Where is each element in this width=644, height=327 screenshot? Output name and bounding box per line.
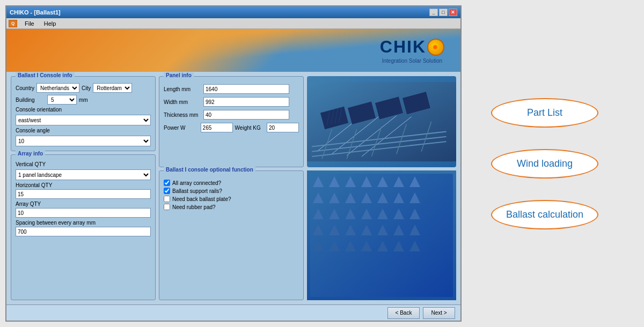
left-column: Ballast I Console info Country Netherlan… [11, 76, 156, 300]
app-icon: Q [9, 20, 17, 27]
horizontal-qty-input[interactable] [16, 189, 151, 199]
content-area: CHIK ● Integration Solar Solution Ballas… [6, 29, 460, 321]
panel-info-group: Panel info Length mm Width mm [159, 76, 304, 167]
panel-info-title: Panel info [164, 72, 194, 78]
weight-label: Weight KG [235, 125, 265, 131]
country-select[interactable]: Netherlands [36, 83, 79, 93]
logo: CHIK ● [380, 37, 444, 57]
option-checkbox-3[interactable] [164, 204, 170, 210]
solar-image-area [307, 76, 456, 167]
triangle-grid-area [307, 170, 456, 300]
option-label-1: Ballast support rails? [172, 188, 222, 194]
option-checkbox-0[interactable] [164, 180, 170, 186]
main-window: CHIKO - [Ballast1] _ □ ✕ Q File Help CHI… [5, 5, 462, 322]
building-label: Building [16, 97, 45, 103]
ballast-console-title: Ballast I Console info [16, 72, 75, 78]
menu-help[interactable]: Help [42, 20, 58, 27]
bottom-area: Ballast I console optional function All … [159, 170, 456, 300]
back-button[interactable]: < Back [387, 307, 420, 319]
title-bar: CHIKO - [Ballast1] _ □ ✕ [6, 6, 460, 18]
vertical-qty-select[interactable]: 1 panel landscape [16, 169, 151, 180]
option-row-2: Need back ballast plate? [164, 196, 299, 202]
menu-file[interactable]: File [23, 20, 36, 27]
minimize-button[interactable]: _ [429, 9, 438, 16]
city-label: City [82, 85, 91, 91]
array-qty-input[interactable] [16, 208, 151, 218]
main-body: Ballast I Console info Country Netherlan… [6, 72, 460, 304]
next-button[interactable]: Next > [423, 307, 455, 319]
option-label-3: Need rubber pad? [172, 204, 216, 210]
array-info-group: Array info Vertical QTY 1 panel landscap… [11, 154, 156, 300]
optional-functions-group: Ballast I console optional function All … [159, 170, 304, 300]
weight-input[interactable] [267, 123, 299, 132]
option-checkbox-2[interactable] [164, 196, 170, 202]
wind-loading-button[interactable]: Wind loading [491, 149, 598, 179]
spacing-input[interactable] [16, 227, 151, 236]
angle-label: Console angle [16, 128, 151, 133]
width-label: Width mm [164, 99, 201, 105]
angle-select[interactable]: 10 [16, 136, 151, 146]
thickness-input[interactable] [203, 110, 289, 120]
city-select[interactable]: Rotterdam [93, 83, 132, 93]
thickness-label: Thickness mm [164, 112, 201, 118]
solar-panel-svg [307, 76, 456, 167]
power-label: Power W [164, 125, 199, 131]
maximize-button[interactable]: □ [439, 9, 448, 16]
array-info-title: Array info [16, 151, 45, 157]
logo-area: CHIK ● Integration Solar Solution [380, 37, 444, 64]
top-panel-area: Panel info Length mm Width mm [159, 76, 456, 167]
ballast-console-info-group: Ballast I Console info Country Netherlan… [11, 76, 156, 151]
close-button[interactable]: ✕ [449, 9, 457, 16]
width-input[interactable] [203, 97, 289, 107]
part-list-button[interactable]: Part List [491, 98, 598, 128]
length-label: Length mm [164, 86, 201, 92]
horizontal-qty-label: Horizontal QTY [16, 182, 151, 188]
option-label-0: All array connected? [172, 180, 221, 186]
right-side: Panel info Length mm Width mm [159, 76, 456, 300]
orientation-select[interactable]: east/west [16, 115, 151, 125]
option-row-3: Need rubber pad? [164, 204, 299, 210]
building-select[interactable]: 5 [47, 95, 77, 105]
right-panel: Part List Wind loading Ballast calculati… [467, 0, 623, 327]
logo-subtitle: Integration Solar Solution [380, 58, 444, 64]
option-checkbox-1[interactable] [164, 188, 170, 194]
option-row-0: All array connected? [164, 180, 299, 186]
triangle-pattern-svg [310, 174, 453, 297]
ballast-calculation-button[interactable]: Ballast calculation [491, 200, 598, 229]
building-unit: mm [79, 97, 88, 103]
navigation-bar: < Back Next > [6, 304, 460, 321]
country-label: Country [16, 85, 34, 91]
optional-functions-title: Ballast I console optional function [164, 167, 255, 173]
header-area: CHIK ● Integration Solar Solution [6, 29, 460, 72]
power-input[interactable] [201, 123, 233, 132]
orientation-label: Console orientation [16, 107, 151, 113]
spacing-label: Spacing between every array mm [16, 220, 151, 226]
logo-o: ● [427, 39, 444, 56]
array-qty-label: Array QTY [16, 201, 151, 207]
vertical-qty-label: Vertical QTY [16, 161, 151, 167]
option-label-2: Need back ballast plate? [172, 196, 231, 202]
menu-bar: Q File Help [6, 18, 460, 29]
option-row-1: Ballast support rails? [164, 188, 299, 194]
length-input[interactable] [203, 84, 289, 94]
window-title: CHIKO - [Ballast1] [10, 9, 61, 16]
